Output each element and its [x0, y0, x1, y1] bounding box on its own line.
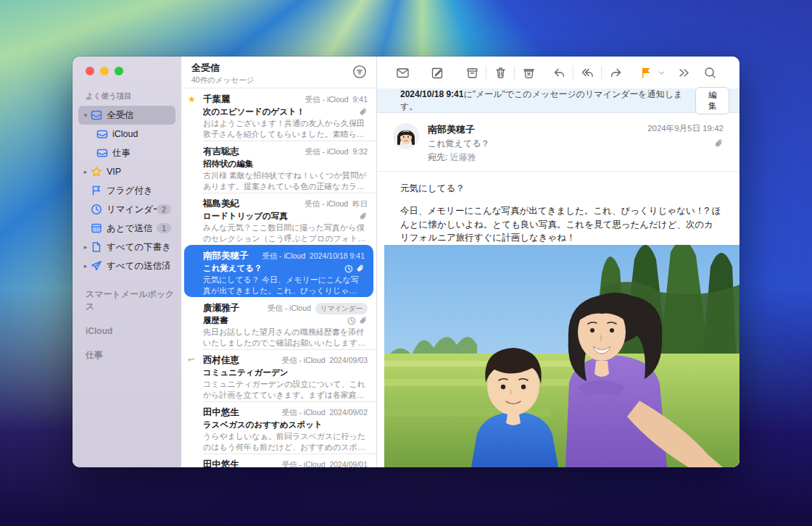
- message-pane: 2024/10/18 9:41に"メール"でこのメッセージのリマインダーを通知し…: [377, 57, 740, 467]
- row-date: 2024/09/01: [329, 460, 368, 467]
- paperclip-icon: [359, 108, 368, 117]
- reminder-banner-text: 2024/10/18 9:41に"メール"でこのメッセージのリマインダーを通知し…: [400, 88, 695, 113]
- message-row[interactable]: 福島美紀 受信 - iCloud 昨日 ロードトリップの写真 みんな元気？ここ数…: [181, 193, 376, 245]
- row-date: 9:41: [353, 95, 368, 104]
- document-icon: [90, 241, 102, 254]
- forward-icon[interactable]: [606, 63, 625, 82]
- sidebar-item-label: VIP: [107, 167, 171, 177]
- row-sender: 田中悠生: [203, 459, 281, 467]
- sidebar-section-work[interactable]: 仕事: [72, 349, 181, 362]
- row-subject: ラスベガスのおすすめスポット: [203, 419, 368, 430]
- row-mailbox: 受信 - iCloud: [281, 408, 325, 417]
- get-mail-envelope-icon[interactable]: [393, 63, 412, 82]
- trash-icon[interactable]: [491, 63, 510, 82]
- row-preview: 元気にしてる？ 今日、メモリーにこんな写真が出てきました。これ、びっくりじゃない…: [203, 275, 365, 296]
- more-chevrons-icon[interactable]: [674, 63, 693, 82]
- sidebar-item-all-inboxes[interactable]: ▾ 全受信: [78, 106, 175, 125]
- row-sender: 西村佳恵: [203, 354, 281, 367]
- sidebar-item-label: すべての送信済み: [107, 260, 171, 272]
- minimize-window-button[interactable]: [100, 67, 109, 75]
- body-paragraph: 今日、メモリーにこんな写真が出てきました。これ、びっくりじゃない！? ほんとに懐…: [400, 204, 722, 245]
- flag-icon: [90, 185, 102, 197]
- row-preview: 古川様 素敵な招待状ですね！いくつか質問があります。提案されている色の正確なカラ…: [203, 170, 368, 192]
- window-controls: [72, 67, 181, 75]
- compose-icon[interactable]: [428, 63, 447, 82]
- sidebar-item-all-sent[interactable]: ▸ すべての送信済み: [78, 256, 175, 275]
- sidebar-section-icloud[interactable]: iCloud: [72, 326, 181, 336]
- message-row-selected[interactable]: 南部美穂子 受信 - iCloud 2024/10/18 9:41 これ覚えてる…: [184, 245, 373, 297]
- recipient-name[interactable]: 近藤雅: [450, 152, 476, 162]
- sidebar-item-all-drafts[interactable]: ▸ すべての下書き: [78, 238, 175, 256]
- sidebar-item-work-inbox[interactable]: 仕事: [93, 143, 175, 162]
- message-row[interactable]: ★ 千葉麗 受信 - iCloud 9:41 次のエピソードのゲスト！ おはよう…: [181, 88, 376, 141]
- mailbox-title: 全受信: [191, 62, 368, 75]
- row-preview: 先日お話しした望月さんの職務経歴書を添付いたしましたのでご確認お願いいたします。…: [203, 327, 368, 348]
- chevron-right-icon[interactable]: ▸: [81, 262, 90, 270]
- sidebar-item-flagged[interactable]: フラグ付き: [78, 181, 175, 200]
- message-count: 40件のメッセージ: [191, 75, 368, 85]
- row-mailbox: 受信 - iCloud: [304, 199, 348, 208]
- reply-icon[interactable]: [550, 63, 568, 82]
- inbox-stack-icon: [90, 109, 102, 122]
- body-paragraph: 元気にしてる？: [400, 182, 722, 196]
- sidebar-item-send-later[interactable]: あとで送信 1: [78, 219, 175, 238]
- calendar-icon: [90, 222, 102, 235]
- paperclip-icon: [359, 317, 368, 325]
- chevron-down-icon[interactable]: ▾: [81, 112, 90, 119]
- attachment-photo[interactable]: [384, 245, 740, 467]
- chevron-down-icon[interactable]: [655, 63, 667, 82]
- row-date: 9:32: [353, 147, 368, 156]
- row-subject: 招待状の編集: [203, 159, 368, 170]
- row-mailbox: 受信 - iCloud: [305, 95, 349, 104]
- sidebar-item-label: 全受信: [107, 109, 171, 122]
- close-window-button[interactable]: [86, 67, 94, 75]
- row-subject: 履歴書: [203, 315, 347, 326]
- sidebar-item-label: iCloud: [112, 129, 171, 139]
- row-date: 2024/09/03: [329, 356, 368, 364]
- message-row[interactable]: 田中悠生 受信 - iCloud 2024/09/01: [181, 454, 376, 467]
- row-preview: みんな元気？ここ数日間に撮った写真から僕のセレクション（こう呼ぶとプロのフォトグ…: [203, 222, 368, 244]
- message-recipient-line: 宛先: 近藤雅: [428, 151, 647, 164]
- zoom-window-button[interactable]: [115, 67, 123, 75]
- archive-icon[interactable]: [463, 63, 481, 82]
- mail-app-window: よく使う項目 ▾ 全受信 iCloud 仕事: [72, 57, 740, 467]
- paperclip-icon: [359, 212, 368, 221]
- row-mailbox: 受信 - iCloud: [268, 304, 311, 314]
- unread-badge: 2: [157, 204, 171, 214]
- paperclip-icon: [356, 264, 365, 273]
- row-date: 昨日: [352, 199, 368, 208]
- edit-reminder-button[interactable]: 編集: [695, 87, 729, 114]
- message-row[interactable]: 廣瀬雅子 受信 - iCloudリマインダー 履歴書 先日お話しした望月さんの職…: [181, 297, 376, 349]
- replied-arrow-icon: ↩: [188, 355, 199, 367]
- message-sender-name[interactable]: 南部美穂子: [428, 123, 647, 136]
- inbox-icon: [96, 147, 108, 159]
- reminder-clock-icon: [347, 317, 356, 325]
- message-row[interactable]: 有吉聡志 受信 - iCloud 9:32 招待状の編集 古川様 素敵な招待状で…: [181, 141, 376, 193]
- row-sender: 南部美穂子: [203, 250, 262, 262]
- row-preview: おはようございます！共通の友人から久保田敦子さんを紹介してもらいました。素晴らし…: [203, 118, 368, 140]
- message-subject: これ覚えてる？: [428, 138, 647, 150]
- chevron-right-icon[interactable]: ▸: [81, 168, 90, 175]
- row-date: 2024/10/18 9:41: [310, 251, 365, 260]
- flag-icon[interactable]: [637, 63, 655, 82]
- sender-avatar[interactable]: [393, 123, 419, 149]
- junk-icon[interactable]: [519, 63, 538, 82]
- row-sender: 廣瀬雅子: [203, 302, 268, 314]
- sidebar-item-reminders[interactable]: リマインダー 2: [78, 200, 175, 219]
- sidebar: よく使う項目 ▾ 全受信 iCloud 仕事: [72, 57, 181, 467]
- filter-icon[interactable]: [352, 64, 368, 80]
- sidebar-section-smart-mailboxes[interactable]: スマートメールボックス: [72, 288, 181, 313]
- message-row[interactable]: 田中悠生 受信 - iCloud 2024/09/02 ラスベガスのおすすめスポ…: [181, 401, 376, 454]
- sidebar-item-icloud-inbox[interactable]: iCloud: [93, 125, 175, 143]
- search-icon[interactable]: [700, 63, 719, 82]
- toolbar: [377, 57, 740, 88]
- sidebar-item-label: リマインダー: [107, 204, 157, 216]
- chevron-right-icon[interactable]: ▸: [81, 243, 90, 251]
- message-row[interactable]: ↩ 西村佳恵 受信 - iCloud 2024/09/03 コミュニティガーデン…: [181, 349, 376, 401]
- sidebar-item-vip[interactable]: ▸ VIP: [78, 162, 175, 181]
- reply-all-icon[interactable]: [578, 63, 597, 82]
- row-subject: コミュニティガーデン: [203, 367, 368, 378]
- message-list-header: 全受信 40件のメッセージ: [181, 57, 376, 88]
- count-badge: 1: [157, 223, 171, 233]
- inbox-icon: [96, 128, 108, 141]
